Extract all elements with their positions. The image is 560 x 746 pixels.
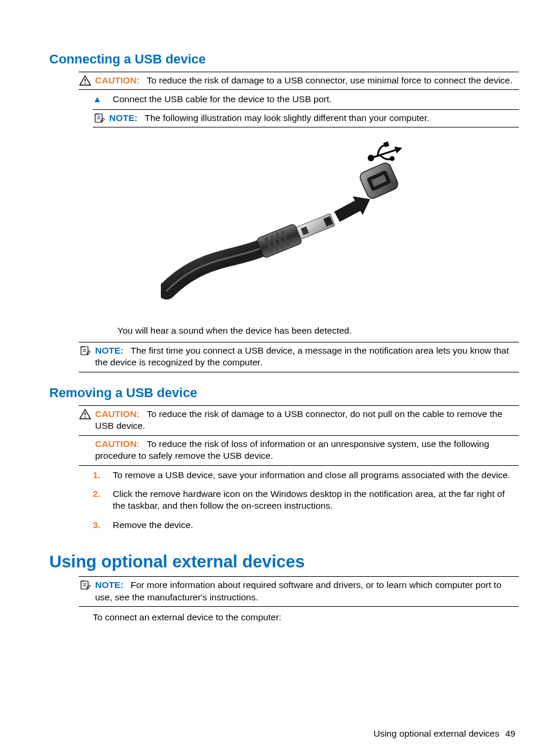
callout-body: NOTE: The first time you connect a USB d… [95,345,519,369]
step-item: ▲ Connect the USB cable for the device t… [93,90,519,109]
caution-label: CAUTION: [95,439,140,449]
caution-callout: CAUTION: To reduce the risk of loss of i… [79,436,519,466]
page-number: 49 [505,728,515,739]
note-icon [93,112,106,123]
caution-label: CAUTION: [95,409,140,419]
caution-callout: CAUTION: To reduce the risk of damage to… [79,405,519,436]
caution-callout: CAUTION: To reduce the risk of damage to… [79,72,519,90]
step-number: 1. [93,469,103,481]
heading-removing-usb: Removing a USB device [49,385,519,401]
step-number: 2. [93,488,103,512]
step-text: Click the remove hardware icon on the Wi… [113,488,519,512]
callout-body: CAUTION: To reduce the risk of loss of i… [95,438,519,462]
body-text: You will hear a sound when the device ha… [117,320,519,341]
step-number: 3. [93,519,103,531]
note-text: The first time you connect a USB device,… [95,345,509,367]
step-text: To remove a USB device, save your inform… [113,469,519,481]
svg-point-22 [389,156,395,162]
page-footer: Using optional external devices 49 [49,728,519,739]
footer-section-title: Using optional external devices [373,728,500,739]
note-label: NOTE: [95,345,123,355]
caution-icon-placeholder [79,438,92,439]
note-icon [79,579,92,590]
callout-body: CAUTION: To reduce the risk of damage to… [95,408,519,432]
caution-icon [79,408,92,419]
note-text: The following illustration may look slig… [145,113,430,123]
svg-point-28 [85,416,86,418]
ordered-step: 3. Remove the device. [93,516,519,535]
ordered-step: 1. To remove a USB device, save your inf… [93,466,519,485]
caution-label: CAUTION: [95,75,140,85]
caution-icon [79,75,92,86]
svg-marker-20 [394,145,403,153]
heading-connecting-usb: Connecting a USB device [49,52,519,67]
callout-body: NOTE: For more information about require… [95,579,519,603]
body-text: To connect an external device to the com… [93,607,519,628]
caution-text: To reduce the risk of damage to a USB co… [147,75,512,85]
note-label: NOTE: [109,113,137,123]
note-label: NOTE: [95,580,123,590]
step-text: Remove the device. [113,519,519,531]
ordered-step: 2. Click the remove hardware icon on the… [93,485,519,516]
svg-rect-21 [383,142,389,147]
callout-body: CAUTION: To reduce the risk of damage to… [95,75,519,86]
caution-text: To reduce the risk of damage to a USB co… [95,409,502,431]
callout-body: NOTE: The following illustration may loo… [109,112,519,124]
note-callout: NOTE: The following illustration may loo… [93,109,519,127]
note-text: For more information about required soft… [95,580,501,601]
note-callout: NOTE: The first time you connect a USB d… [79,342,519,372]
triangle-bullet-icon: ▲ [93,93,103,105]
note-callout: NOTE: For more information about require… [79,576,519,607]
usb-connection-figure [49,138,519,314]
step-text: Connect the USB cable for the device to … [113,93,519,105]
svg-point-2 [85,83,86,84]
note-icon [79,345,92,356]
heading-external-devices: Using optional external devices [49,552,519,572]
caution-text: To reduce the risk of loss of informatio… [95,439,489,461]
document-page: Connecting a USB device CAUTION: To redu… [0,0,560,746]
